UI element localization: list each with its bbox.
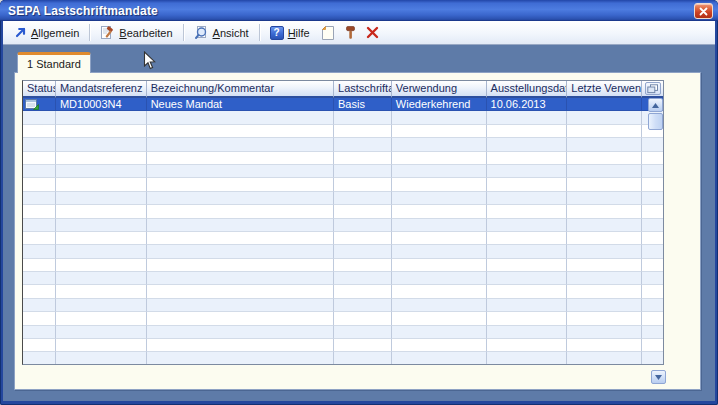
empty-cell [642,192,663,205]
empty-cell [56,259,147,272]
bezeichnung-cell: Neues Mandat [147,98,334,111]
scrollbar-down-button[interactable] [651,370,666,384]
column-header-ausstellungsdatum[interactable]: Ausstellungsdatum [487,81,568,98]
table-body: MD10003N4 Neues Mandat Basis Wiederkehre… [23,98,663,365]
empty-cell [56,232,147,245]
table-row-empty[interactable] [23,205,663,218]
empty-cell [334,138,392,151]
empty-cell [23,339,56,352]
empty-cell [487,219,568,232]
empty-cell [392,352,487,365]
column-header-letzte-verwendung[interactable]: Letzte Verwendung [567,81,642,98]
tab-standard[interactable]: 1 Standard [17,52,91,73]
table-row-empty[interactable] [23,219,663,232]
column-header-status[interactable]: Status [23,81,56,98]
empty-cell [334,272,392,285]
table-row-empty[interactable] [23,339,663,352]
edit-hammer-page-icon [100,25,115,40]
empty-cell [487,326,568,339]
empty-cell [392,245,487,258]
table-row-empty[interactable] [23,165,663,178]
empty-cell [334,285,392,298]
empty-cell [567,152,642,165]
arrow-down-icon [655,375,662,380]
table-row-empty[interactable] [23,259,663,272]
empty-cell [642,165,663,178]
mandates-table: Status Mandatsreferenz Bezeichnung/Komme… [22,80,664,365]
empty-cell [487,192,568,205]
table-row-empty[interactable] [23,111,663,124]
empty-cell [567,192,642,205]
table-row-selected[interactable]: MD10003N4 Neues Mandat Basis Wiederkehre… [23,98,663,111]
empty-cell [334,299,392,312]
empty-cell [392,232,487,245]
empty-cell [392,138,487,151]
verwendung-cell: Wiederkehrend [392,98,487,111]
empty-cell [642,312,663,325]
hilfe-button[interactable]: ? Hilfe [263,23,317,43]
window-title: SEPA Lastschriftmandate [0,4,158,18]
empty-cell [642,245,663,258]
table-row-empty[interactable] [23,178,663,191]
empty-cell [487,152,568,165]
empty-cell [23,152,56,165]
table-row-empty[interactable] [23,352,663,365]
table-row-empty[interactable] [23,138,663,151]
table-row-empty[interactable] [23,152,663,165]
empty-cell [147,111,334,124]
table-row-empty[interactable] [23,285,663,298]
delete-button[interactable] [362,23,383,43]
empty-cell [147,312,334,325]
table-row-empty[interactable] [23,245,663,258]
table-row-empty[interactable] [23,125,663,138]
empty-cell [567,299,642,312]
empty-cell [334,152,392,165]
table-row-empty[interactable] [23,272,663,285]
empty-cell [147,259,334,272]
empty-cell [23,219,56,232]
empty-cell [147,352,334,365]
empty-cell [487,165,568,178]
column-header-mandatsreferenz[interactable]: Mandatsreferenz [56,81,147,98]
empty-cell [642,272,663,285]
close-button[interactable] [694,3,713,19]
column-header-verwendung[interactable]: Verwendung [392,81,487,98]
table-row-empty[interactable] [23,326,663,339]
table-row-empty[interactable] [23,232,663,245]
new-document-button[interactable] [317,23,339,43]
empty-cell [334,219,392,232]
empty-cell [23,259,56,272]
column-options-button[interactable] [645,82,661,95]
empty-cell [56,272,147,285]
empty-cell [56,138,147,151]
scrollbar-thumb[interactable] [648,113,663,130]
empty-cell [56,312,147,325]
ansicht-button[interactable]: Ansicht [187,23,256,43]
empty-cell [487,178,568,191]
empty-cell [334,192,392,205]
empty-cell [23,165,56,178]
empty-cell [23,285,56,298]
empty-cell [487,285,568,298]
table-row-empty[interactable] [23,312,663,325]
scrollbar-up-button[interactable] [648,98,663,112]
new-document-icon [321,25,335,41]
empty-cell [392,111,487,124]
bearbeiten-button[interactable]: Bearbeiten [93,23,179,43]
empty-cell [392,299,487,312]
empty-cell [147,219,334,232]
empty-cell [487,259,568,272]
empty-cell [147,192,334,205]
hammer-button[interactable] [339,23,362,43]
column-header-lastschriftart[interactable]: Lastschriftart [334,81,392,98]
empty-cell [23,272,56,285]
column-header-bezeichnung[interactable]: Bezeichnung/Kommentar [147,81,334,98]
empty-cell [392,205,487,218]
empty-cell [392,192,487,205]
allgemein-button[interactable]: Allgemein [7,23,86,43]
table-row-empty[interactable] [23,299,663,312]
table-row-empty[interactable] [23,192,663,205]
magnifier-icon [194,25,209,40]
empty-cell [392,152,487,165]
empty-cell [56,152,147,165]
